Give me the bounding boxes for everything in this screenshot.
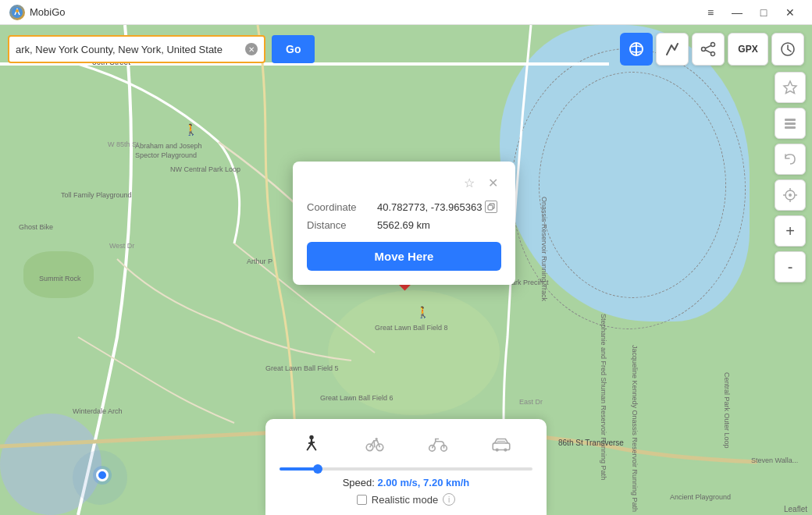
search-input[interactable]: [16, 44, 245, 55]
svg-point-26: [429, 446, 435, 452]
map-label-ghost-bike: Ghost Bike: [19, 223, 53, 231]
map-label-outer-loop: Central Park Outer Loop: [723, 372, 731, 449]
svg-rect-11: [488, 205, 493, 210]
maximize-button[interactable]: □: [751, 2, 776, 23]
zoom-in-button[interactable]: +: [775, 215, 806, 247]
speed-display: Speed: 2.00 m/s, 7.20 km/h: [280, 477, 532, 488]
minimize-button[interactable]: —: [725, 2, 750, 23]
svg-line-8: [705, 45, 711, 48]
coordinate-popup: ☆ ✕ Coordinate 40.782773, -73.965363 Dis…: [293, 162, 515, 285]
app-logo: MobiGo: [9, 5, 66, 20]
svg-point-1: [16, 9, 19, 12]
my-location-button[interactable]: [775, 179, 806, 211]
app-title: MobiGo: [30, 6, 66, 18]
map-label-west-dr: West Dr: [109, 242, 134, 250]
close-button[interactable]: ✕: [778, 2, 803, 23]
svg-point-22: [309, 435, 313, 439]
map-label-w85: W 85th St: [108, 140, 139, 148]
svg-line-9: [705, 50, 711, 53]
icon-person-2: 🚶: [416, 306, 429, 318]
svg-point-17: [789, 194, 792, 197]
share-button[interactable]: [692, 33, 725, 66]
map-label-playground: Abraham and JosephSpector Playground: [135, 142, 202, 160]
speed-slider[interactable]: [280, 467, 532, 471]
distance-row: Distance 5562.69 km: [307, 219, 501, 231]
gpx-button[interactable]: GPX: [728, 33, 768, 66]
svg-point-6: [702, 48, 706, 52]
map-label-ancient-playground: Ancient Playground: [670, 493, 731, 501]
history-button[interactable]: [771, 33, 804, 66]
svg-rect-14: [785, 123, 796, 125]
layers-button[interactable]: [775, 108, 806, 139]
svg-point-29: [495, 448, 498, 451]
favorites-button[interactable]: [775, 72, 806, 103]
map-container[interactable]: 86th Street Abraham and JosephSpector Pl…: [0, 25, 812, 515]
transport-bike[interactable]: [358, 430, 392, 458]
current-location-dot: [96, 469, 109, 481]
move-here-button[interactable]: Move Here: [307, 242, 501, 271]
leaflet-badge: Leaflet: [784, 505, 807, 513]
icon-person-1: 🚶: [184, 123, 198, 136]
map-label-kennedy-path: Jacqueline Kennedy Onassis Reservoir Run…: [631, 345, 639, 512]
undo-button[interactable]: [775, 144, 806, 175]
realistic-mode-label: Realistic mode: [372, 494, 438, 506]
speed-bar-thumb: [313, 464, 322, 474]
map-label-east-dr: East Dr: [519, 398, 543, 406]
svg-point-25: [375, 438, 377, 440]
coordinate-row: Coordinate 40.782773, -73.965363: [307, 201, 501, 213]
speed-value: 2.00 m/s, 7.20 km/h: [378, 477, 470, 488]
reservoir-path-2: [539, 72, 726, 298]
popup-favorite-button[interactable]: ☆: [461, 174, 478, 191]
top-right-tools: GPX: [620, 33, 804, 66]
svg-rect-15: [785, 126, 796, 129]
logo-icon: [9, 5, 25, 20]
route-button[interactable]: [656, 33, 689, 66]
map-label-field5: Great Lawn Ball Field 5: [265, 364, 339, 372]
coordinate-value: 40.782773, -73.965363: [377, 201, 497, 213]
map-label-shuman-path: Stephanie and Fred Shuman Reservoir Runn…: [600, 314, 607, 480]
search-container: ✕: [8, 35, 265, 63]
transport-scooter[interactable]: [421, 430, 455, 458]
map-label-steven: Steven Walla...: [751, 456, 798, 464]
teleport-button[interactable]: [620, 33, 653, 66]
realistic-mode-row: Realistic mode i: [280, 493, 532, 506]
zoom-out-button[interactable]: -: [775, 251, 806, 282]
map-label-toll-playground: Toll Family Playground: [61, 191, 132, 199]
search-clear-button[interactable]: ✕: [245, 43, 258, 55]
transport-walk[interactable]: [294, 430, 329, 458]
transport-panel: Speed: 2.00 m/s, 7.20 km/h Realistic mod…: [265, 419, 547, 515]
titlebar: MobiGo ≡ — □ ✕: [0, 0, 812, 25]
top-toolbar: ✕ Go: [8, 33, 804, 66]
svg-point-30: [504, 448, 507, 451]
map-label-arthur: Arthur P: [247, 258, 272, 265]
transport-car[interactable]: [484, 430, 518, 458]
svg-rect-13: [785, 119, 796, 121]
svg-marker-12: [784, 81, 796, 94]
menu-button[interactable]: ≡: [698, 2, 723, 23]
realistic-mode-checkbox[interactable]: [357, 495, 367, 505]
window-controls: ≡ — □ ✕: [698, 2, 803, 23]
map-label-86th-transverse: 86th St Transverse: [558, 439, 624, 447]
transport-mode-selector: [280, 430, 532, 458]
distance-label: Distance: [307, 219, 377, 231]
speed-bar-fill: [280, 467, 318, 471]
map-label-winterdale: Winterdale Arch: [73, 407, 123, 415]
right-sidebar: + -: [775, 72, 806, 282]
realistic-mode-info[interactable]: i: [443, 493, 455, 506]
svg-rect-31: [497, 441, 505, 443]
great-lawn: [328, 290, 500, 415]
go-button[interactable]: Go: [272, 35, 315, 63]
distance-value: 5562.69 km: [377, 219, 430, 231]
popup-header: ☆ ✕: [307, 174, 501, 191]
map-label-nw-loop: NW Central Park Loop: [170, 165, 240, 173]
svg-rect-28: [493, 443, 510, 450]
copy-coordinate-button[interactable]: [485, 201, 497, 213]
summit-rock: [23, 251, 94, 298]
coordinate-label: Coordinate: [307, 201, 377, 213]
popup-close-button[interactable]: ✕: [484, 174, 501, 191]
